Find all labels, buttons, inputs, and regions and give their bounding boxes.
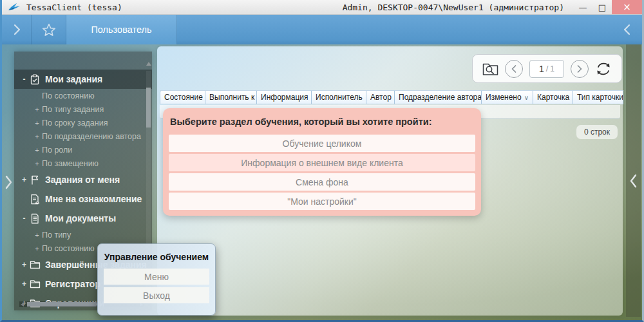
column-header-label: Выполнить к	[209, 93, 254, 102]
sidebar-item[interactable]: +По подразделению автора	[14, 129, 152, 143]
column-header[interactable]: Подразделение автора	[395, 91, 482, 104]
scrollbar-thumb[interactable]	[146, 88, 151, 128]
sidebar-item-label: Регистратор	[45, 279, 100, 289]
page-number-input[interactable]: 1 / 1	[529, 60, 564, 78]
scroll-left-arrow-icon[interactable]	[21, 303, 24, 307]
scrollbar-thumb[interactable]	[27, 302, 97, 307]
sidebar-item-label: Мои документы	[45, 213, 116, 223]
training-option-button[interactable]: Обучение целиком	[169, 135, 475, 152]
popup-menu-item[interactable]: Выход	[104, 287, 209, 303]
folder-icon	[30, 279, 41, 290]
minimize-button[interactable]: —	[573, 0, 592, 14]
next-page-button[interactable]	[571, 60, 589, 78]
sidebar-item-label: Задания от меня	[45, 175, 120, 185]
page-separator: /	[546, 64, 549, 73]
column-header[interactable]: Состояние	[160, 91, 205, 104]
sidebar-item[interactable]: -Мои документы	[14, 209, 152, 228]
column-header[interactable]: Изменено∨	[482, 91, 533, 104]
document-bell-icon	[30, 194, 41, 205]
expand-left-panel-button[interactable]	[2, 171, 15, 194]
chevron-right-icon	[576, 64, 583, 73]
tree-expander-icon[interactable]: -	[19, 214, 29, 223]
refresh-button[interactable]	[594, 61, 612, 77]
sort-chevron-icon[interactable]: ∨	[522, 94, 529, 101]
sidebar-item-label: По роли	[42, 146, 72, 155]
training-option-button[interactable]: "Мои настройки"	[169, 193, 475, 210]
title-bar: TessaClient (tessa) Admin, DESKTOP-0047\…	[2, 0, 642, 15]
sidebar-item[interactable]: По состоянию	[14, 89, 152, 102]
training-option-button[interactable]: Информация о внешнем виде клиента	[169, 154, 475, 171]
tree-expander-icon[interactable]: +	[32, 119, 42, 127]
folder-search-icon	[482, 61, 499, 77]
window-title: TessaClient (tessa)	[26, 3, 122, 12]
training-option-button[interactable]: Смена фона	[169, 173, 475, 191]
training-options: Обучение целикомИнформация о внешнем вид…	[169, 135, 475, 210]
expand-right-panel-button[interactable]	[626, 44, 641, 317]
current-page: 1	[539, 64, 544, 74]
chevron-left-icon	[629, 173, 638, 189]
tree-expander-icon[interactable]: -	[19, 75, 29, 84]
column-header[interactable]: Тип карточки	[573, 91, 623, 104]
search-in-folder-button[interactable]	[482, 61, 499, 77]
tree-expander-icon[interactable]: +	[32, 146, 42, 154]
tree-expander-icon[interactable]: +	[32, 245, 42, 252]
tree-expander-icon[interactable]: +	[19, 279, 29, 289]
main-toolbar: Пользователь	[2, 15, 642, 44]
sidebar-item[interactable]: +По типу	[14, 228, 152, 242]
sidebar-item-label: По сроку задания	[42, 118, 108, 128]
grid-header: СостояниеВыполнить кИнформацияИсполнител…	[160, 90, 623, 104]
sidebar-item[interactable]: +По сроку задания	[14, 116, 152, 129]
tree-expander-icon[interactable]: +	[19, 260, 29, 269]
column-header[interactable]: Карточка	[533, 91, 573, 104]
sidebar-item-label: Мои задания	[45, 74, 102, 84]
column-header[interactable]: Исполнитель	[312, 91, 366, 104]
sidebar-item[interactable]: Мне на ознакомление	[14, 189, 152, 209]
row-count-badge: 0 строк	[576, 125, 618, 139]
sidebar-item-label: По типу	[42, 231, 71, 240]
scroll-up-arrow-icon[interactable]	[146, 62, 151, 66]
user-session-info: Admin, DESKTOP-0047\NewUser1 (администра…	[343, 3, 564, 12]
column-header[interactable]: Выполнить к	[205, 91, 257, 104]
sidebar-item[interactable]: +По типу задания	[14, 102, 152, 116]
star-icon	[41, 23, 57, 37]
training-management-popup: Управление обучением МенюВыход	[97, 243, 216, 316]
column-header-label: Автор	[370, 93, 392, 102]
clipboard-icon	[30, 74, 41, 85]
sidebar-item-label: По замещению	[42, 159, 99, 168]
sidebar-item[interactable]: +По роли	[14, 143, 152, 156]
sidebar-item-label: По типу задания	[42, 105, 104, 114]
collapse-toolbar-button[interactable]	[616, 15, 638, 44]
folder-icon	[30, 260, 41, 270]
maximize-button[interactable]: □	[592, 0, 612, 14]
tree-expander-icon[interactable]: +	[32, 133, 42, 140]
favorites-button[interactable]	[32, 15, 66, 44]
sidebar-item-label: По состоянию	[42, 91, 95, 100]
close-button[interactable]: ×	[612, 0, 642, 14]
document-icon	[30, 213, 41, 224]
expand-menu-button[interactable]	[2, 15, 32, 44]
popup-menu-item[interactable]: Меню	[104, 269, 209, 285]
column-header-label: Исполнитель	[316, 93, 363, 102]
popup-items: МенюВыход	[104, 269, 209, 303]
chevron-right-icon	[4, 174, 13, 191]
tree-expander-icon[interactable]: +	[32, 231, 42, 239]
tree-expander-icon[interactable]: +	[32, 160, 42, 167]
column-header[interactable]: Автор	[366, 91, 395, 104]
refresh-icon	[594, 61, 612, 77]
prev-page-button[interactable]	[505, 60, 523, 78]
sidebar-item[interactable]: +По замещению	[14, 156, 152, 170]
tree-expander-icon[interactable]: +	[19, 175, 29, 184]
chevron-left-icon	[510, 64, 518, 73]
view-toolbar: 1 / 1	[472, 54, 622, 83]
sidebar-item[interactable]: +Задания от меня	[14, 170, 152, 189]
tab-user[interactable]: Пользователь	[66, 15, 177, 44]
sidebar-item[interactable]: -Мои задания	[14, 70, 152, 89]
workspace: -Мои заданияПо состоянию+По типу задания…	[2, 44, 642, 320]
signpost-icon	[30, 175, 41, 185]
column-header[interactable]: Информация	[257, 91, 312, 104]
popup-title: Управление обучением	[104, 252, 209, 262]
app-logo-icon	[7, 2, 21, 12]
column-header-label: Тип карточки	[577, 93, 623, 102]
tree-expander-icon[interactable]: +	[32, 106, 42, 113]
column-header-label: Карточка	[537, 93, 569, 102]
